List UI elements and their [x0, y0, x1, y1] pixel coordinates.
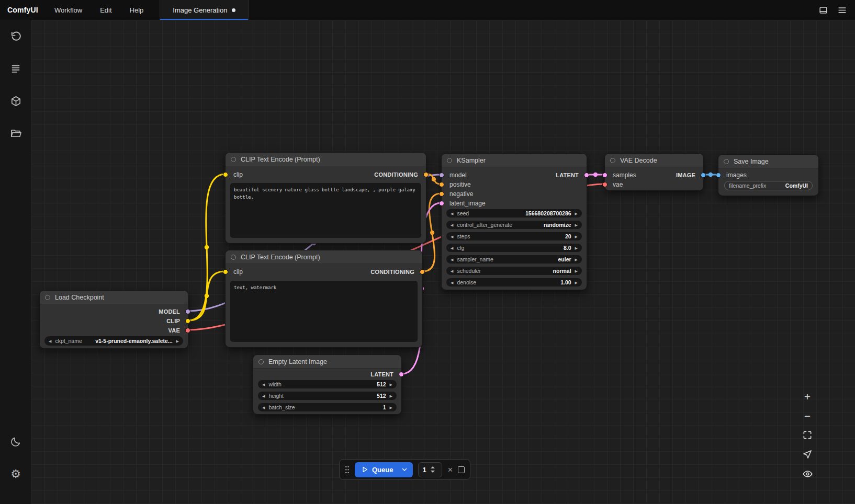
increment-arrow-icon[interactable] — [575, 235, 578, 238]
menu-edit[interactable]: Edit — [91, 0, 120, 20]
port-clip-input[interactable]: clip — [226, 267, 243, 277]
widget-steps[interactable]: steps 20 — [446, 232, 582, 240]
widget-sampler-name[interactable]: sampler_name euler — [446, 255, 582, 264]
node-header[interactable]: CLIP Text Encode (Prompt) — [226, 153, 426, 166]
latent-port-dot-icon[interactable] — [602, 173, 608, 178]
zoom-out-icon[interactable]: − — [801, 409, 814, 422]
widget-control-after-generate[interactable]: control_after_generate randomize — [446, 221, 582, 229]
clip-port-dot-icon[interactable] — [223, 172, 228, 177]
settings-gear-icon[interactable]: ⚙ — [0, 458, 31, 490]
port-model-input[interactable]: model — [442, 170, 467, 180]
port-vae-output[interactable]: VAE — [168, 326, 188, 335]
clip-port-dot-icon[interactable] — [185, 318, 190, 324]
hamburger-menu-icon[interactable] — [834, 2, 850, 18]
select-mode-pointer-icon[interactable] — [801, 448, 814, 461]
node-clip-text-encode-negative[interactable]: CLIP Text Encode (Prompt) clip CONDITION… — [225, 250, 423, 348]
tab-image-generation[interactable]: Image Generation — [160, 0, 249, 20]
bottom-panel-icon[interactable] — [815, 2, 831, 18]
node-save-image[interactable]: Save Image images filename_prefix ComfyU… — [718, 154, 819, 196]
conditioning-port-dot-icon[interactable] — [439, 191, 444, 197]
conditioning-port-dot-icon[interactable] — [439, 182, 444, 187]
node-clip-text-encode-positive[interactable]: CLIP Text Encode (Prompt) clip CONDITION… — [225, 152, 426, 244]
node-header[interactable]: KSampler — [442, 154, 587, 167]
port-images-input[interactable]: images — [718, 170, 747, 180]
widget-ckpt-name[interactable]: ckpt_name v1-5-pruned-emaonly.safete... — [44, 336, 183, 346]
graph-canvas[interactable]: Load Checkpoint MODEL CLIP VAE ckpt_name… — [31, 20, 855, 504]
collapse-toggle-icon[interactable] — [258, 359, 264, 364]
decrement-arrow-icon[interactable] — [262, 406, 265, 409]
port-clip-input[interactable]: clip — [226, 170, 243, 179]
decrement-arrow-icon[interactable] — [451, 269, 453, 273]
stop-icon[interactable] — [458, 466, 465, 473]
port-model-output[interactable]: MODEL — [159, 307, 188, 316]
increment-arrow-icon[interactable] — [575, 281, 578, 284]
conditioning-port-dot-icon[interactable] — [420, 269, 425, 274]
increment-arrow-icon[interactable] — [575, 258, 578, 261]
node-header[interactable]: Load Checkpoint — [40, 291, 188, 304]
workflows-folder-icon[interactable] — [0, 117, 31, 150]
zoom-in-icon[interactable]: + — [801, 390, 814, 403]
node-empty-latent-image[interactable]: Empty Latent Image LATENT width 512 heig… — [253, 354, 402, 415]
collapse-toggle-icon[interactable] — [45, 295, 50, 300]
decrement-arrow-icon[interactable] — [451, 258, 453, 261]
image-port-dot-icon[interactable] — [701, 173, 706, 178]
model-port-dot-icon[interactable] — [185, 309, 190, 314]
prompt-textarea[interactable]: text, watermark — [230, 281, 418, 342]
queue-button[interactable]: Queue — [355, 462, 396, 477]
widget-batch-size[interactable]: batch_size 1 — [258, 403, 397, 411]
node-header[interactable]: Save Image — [718, 155, 818, 168]
widget-seed[interactable]: seed 156680208700286 — [446, 209, 582, 217]
widget-cfg[interactable]: cfg 8.0 — [446, 244, 582, 252]
increment-arrow-icon[interactable] — [176, 339, 179, 343]
clip-port-dot-icon[interactable] — [223, 269, 228, 274]
latent-port-dot-icon[interactable] — [584, 173, 589, 178]
decrement-arrow-icon[interactable] — [451, 246, 453, 250]
decrement-arrow-icon[interactable] — [49, 339, 51, 343]
node-ksampler[interactable]: KSampler model positive negative latent_… — [441, 153, 587, 290]
collapse-toggle-icon[interactable] — [610, 158, 615, 163]
port-positive-input[interactable]: positive — [442, 180, 471, 189]
image-port-dot-icon[interactable] — [716, 173, 721, 178]
decrement-arrow-icon[interactable] — [262, 394, 265, 398]
latent-port-dot-icon[interactable] — [399, 372, 404, 377]
widget-filename-prefix[interactable]: filename_prefix ComfyUI — [724, 181, 813, 190]
decrement-arrow-icon[interactable] — [451, 223, 453, 227]
latent-port-dot-icon[interactable] — [439, 201, 444, 206]
port-latent-image-input[interactable]: latent_image — [442, 199, 486, 208]
collapse-toggle-icon[interactable] — [447, 158, 452, 163]
drag-handle-icon[interactable] — [345, 465, 350, 474]
collapse-toggle-icon[interactable] — [724, 159, 729, 164]
port-conditioning-output[interactable]: CONDITIONING — [370, 267, 422, 277]
decrement-arrow-icon[interactable] — [451, 212, 453, 215]
batch-count-input[interactable]: 1 — [418, 462, 442, 477]
increment-step-icon[interactable] — [431, 466, 435, 468]
model-port-dot-icon[interactable] — [439, 173, 444, 178]
port-latent-output[interactable]: LATENT — [556, 170, 587, 180]
conditioning-port-dot-icon[interactable] — [423, 172, 429, 177]
widget-scheduler[interactable]: scheduler normal — [446, 267, 582, 275]
queue-history-icon[interactable] — [0, 20, 31, 52]
port-latent-output[interactable]: LATENT — [370, 370, 401, 379]
widget-width[interactable]: width 512 — [258, 380, 397, 388]
increment-arrow-icon[interactable] — [575, 246, 578, 250]
vae-port-dot-icon[interactable] — [185, 328, 190, 333]
menu-help[interactable]: Help — [121, 0, 153, 20]
node-vae-decode[interactable]: VAE Decode samples vae IMAGE — [604, 153, 704, 191]
increment-arrow-icon[interactable] — [575, 223, 578, 227]
decrement-arrow-icon[interactable] — [451, 281, 453, 284]
increment-arrow-icon[interactable] — [575, 212, 578, 215]
theme-toggle-moon-icon[interactable] — [0, 426, 31, 458]
port-image-output[interactable]: IMAGE — [676, 170, 703, 180]
node-library-icon[interactable] — [0, 52, 31, 85]
widget-denoise[interactable]: denoise 1.00 — [446, 278, 582, 287]
clear-queue-icon[interactable]: × — [447, 465, 453, 474]
collapse-toggle-icon[interactable] — [231, 157, 236, 162]
prompt-textarea[interactable]: beautiful scenery nature glass bottle la… — [230, 183, 421, 238]
port-clip-output[interactable]: CLIP — [166, 316, 188, 326]
port-negative-input[interactable]: negative — [442, 189, 473, 199]
collapse-toggle-icon[interactable] — [231, 255, 236, 260]
vae-port-dot-icon[interactable] — [602, 182, 608, 187]
decrement-arrow-icon[interactable] — [451, 235, 453, 238]
increment-arrow-icon[interactable] — [390, 406, 392, 409]
increment-arrow-icon[interactable] — [390, 394, 392, 398]
